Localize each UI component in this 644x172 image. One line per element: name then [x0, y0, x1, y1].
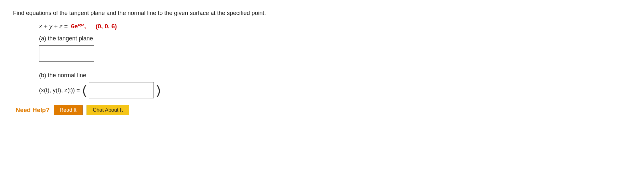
read-it-button[interactable]: Read It — [54, 105, 83, 115]
part-b-close-paren: ) — [156, 84, 160, 96]
equation-rhs: 6exyz, — [71, 22, 86, 30]
need-help-label: Need Help? — [16, 107, 50, 114]
part-a-label: (a) the tangent plane — [39, 35, 631, 42]
equation-point: (0, 0, 6) — [96, 23, 117, 30]
equation-line: x + y + z = 6exyz, (0, 0, 6) — [39, 22, 631, 30]
part-a-answer-input[interactable] — [39, 45, 94, 62]
part-b-prefix: (x(t), y(t), z(t)) = — [39, 87, 80, 94]
part-b-label: (b) the normal line — [39, 72, 631, 79]
need-help-row: Need Help? Read It Chat About It — [16, 105, 631, 115]
exponent: xyz — [78, 22, 84, 27]
question-text: Find equations of the tangent plane and … — [13, 10, 631, 17]
chat-about-it-button[interactable]: Chat About It — [87, 105, 129, 115]
part-b-answer-input[interactable] — [89, 82, 154, 98]
equation-lhs: x + y + z = — [39, 23, 68, 30]
part-b-open-paren: ( — [82, 84, 86, 96]
part-b-row: (x(t), y(t), z(t)) = ( ) — [39, 82, 631, 98]
